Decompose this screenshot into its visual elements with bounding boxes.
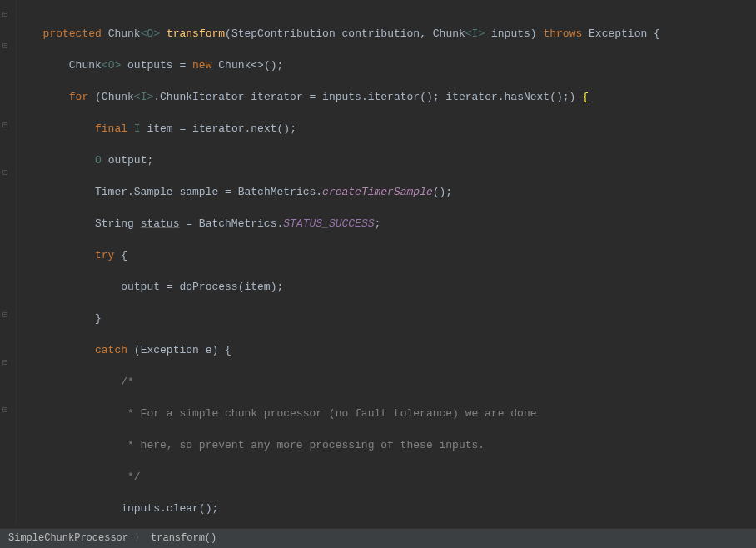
- fold-marker[interactable]: ⊟: [2, 169, 12, 177]
- fold-marker[interactable]: ⊟: [2, 11, 12, 19]
- code-line[interactable]: protected Chunk<O> transform(StepContrib…: [17, 26, 756, 42]
- fold-marker[interactable]: ⊟: [2, 42, 12, 51]
- breadcrumb-separator-icon: 〉: [135, 531, 144, 546]
- fold-marker[interactable]: ⊟: [2, 406, 12, 415]
- breadcrumb-class[interactable]: SimpleChunkProcessor: [8, 531, 128, 546]
- code-line[interactable]: try {: [17, 247, 756, 263]
- code-line[interactable]: output = doProcess(item);: [17, 279, 756, 295]
- fold-marker[interactable]: ⊟: [2, 311, 12, 320]
- fold-marker[interactable]: ⊟: [2, 359, 12, 367]
- code-line[interactable]: /*: [17, 374, 756, 390]
- code-line[interactable]: inputs.clear();: [17, 501, 756, 516]
- fold-marker[interactable]: ⊟: [2, 122, 12, 130]
- code-line[interactable]: final I item = iterator.next();: [17, 121, 756, 137]
- code-line[interactable]: Chunk<O> outputs = new Chunk<>();: [17, 57, 756, 73]
- code-line[interactable]: String status = BatchMetrics.STATUS_SUCC…: [17, 216, 756, 232]
- code-line[interactable]: O output;: [17, 152, 756, 168]
- code-line[interactable]: */: [17, 469, 756, 485]
- gutter: ⊟ ⊟ ⊟ ⊟ ⊟ ⊟ ⊟: [0, 0, 17, 525]
- code-line[interactable]: }: [17, 311, 756, 326]
- code-editor[interactable]: ⊟ ⊟ ⊟ ⊟ ⊟ ⊟ ⊟ protected Chunk<O> transfo…: [0, 0, 756, 525]
- code-line[interactable]: Timer.Sample sample = BatchMetrics.creat…: [17, 184, 756, 200]
- code-line[interactable]: for (Chunk<I>.ChunkIterator iterator = i…: [17, 89, 756, 105]
- breadcrumb-method[interactable]: transform(): [151, 531, 216, 546]
- code-line[interactable]: * For a simple chunk processor (no fault…: [17, 406, 756, 421]
- code-line[interactable]: catch (Exception e) {: [17, 342, 756, 358]
- code-line[interactable]: * here, so prevent any more processing o…: [17, 437, 756, 453]
- code-content[interactable]: protected Chunk<O> transform(StepContrib…: [17, 0, 756, 525]
- breadcrumbs-bar[interactable]: SimpleChunkProcessor 〉 transform(): [0, 528, 756, 548]
